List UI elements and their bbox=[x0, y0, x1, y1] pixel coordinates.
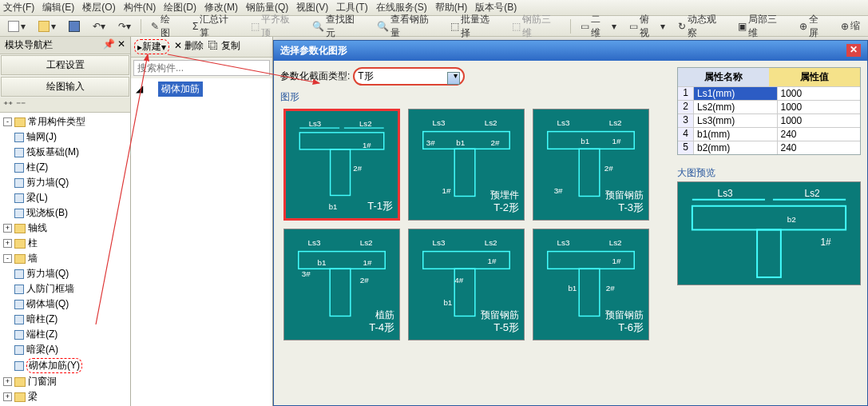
svg-rect-41 bbox=[579, 269, 600, 316]
shape-caption: T-4形 bbox=[369, 320, 394, 335]
find-button[interactable]: 🔍 查找图元 bbox=[307, 11, 369, 42]
2d-button[interactable]: ▭ 二维▾ bbox=[576, 11, 621, 42]
tree-group[interactable]: 轴线 bbox=[28, 221, 47, 235]
prop-row[interactable]: 3Ls3(mm)1000 bbox=[678, 113, 860, 127]
tree-item[interactable]: 现浇板(B) bbox=[26, 206, 68, 220]
batch-button[interactable]: ⬚ 批量选择 bbox=[446, 11, 504, 42]
shape-thumb[interactable]: Ls3Ls21#2#b1 T-1形 bbox=[283, 109, 400, 221]
tree-item[interactable]: 剪力墙(Q) bbox=[26, 267, 69, 281]
nav-title: 模块导航栏📌 ✕ bbox=[0, 37, 130, 54]
fullscreen-button[interactable]: ⊕ 全屏 bbox=[795, 11, 833, 42]
leaf-icon bbox=[14, 269, 24, 279]
shape-thumb[interactable]: Ls3Ls23#b12#1# 预埋件 T-2形 bbox=[408, 109, 525, 221]
type-label: 参数化截面类型: bbox=[280, 70, 350, 83]
tree-group[interactable]: 门窗洞 bbox=[28, 375, 57, 388]
topview-button[interactable]: ▭ 俯视▾ bbox=[624, 11, 670, 42]
delete-button[interactable]: ✕ 删除 bbox=[174, 39, 204, 54]
tree-item[interactable]: 人防门框墙 bbox=[26, 282, 74, 296]
svg-text:b1: b1 bbox=[317, 258, 326, 267]
pin-icon[interactable]: 📌 ✕ bbox=[103, 38, 125, 52]
tree-item[interactable]: 梁(L) bbox=[26, 191, 48, 205]
list-item-selected[interactable]: 砌体加筋 bbox=[158, 82, 203, 97]
new-button[interactable]: ▸ 新建▾ bbox=[134, 39, 169, 54]
rebar-button[interactable]: 🔍 查看钢筋量 bbox=[372, 11, 443, 42]
close-icon[interactable]: ✕ bbox=[846, 44, 861, 57]
collapse-icon[interactable]: ⁻⁻ bbox=[16, 99, 26, 110]
svg-text:4#: 4# bbox=[454, 276, 463, 285]
tree-item[interactable]: 端柱(Z) bbox=[26, 328, 57, 341]
menu-edit[interactable]: 编辑(E) bbox=[42, 1, 74, 14]
folder-icon bbox=[14, 224, 26, 233]
copy-button[interactable]: ⿻ 复制 bbox=[208, 39, 240, 54]
dialog-titlebar: 选择参数化图形 ✕ bbox=[274, 41, 867, 61]
svg-text:1#: 1# bbox=[363, 141, 371, 149]
prop-row[interactable]: 4b1(mm)240 bbox=[678, 127, 860, 141]
prop-row[interactable]: 1Ls1(mm)1000 bbox=[678, 86, 860, 100]
property-table: 属性名称属性值 1Ls1(mm)1000 2Ls2(mm)1000 3Ls3(m… bbox=[677, 67, 861, 155]
expand-toggle[interactable]: + bbox=[3, 392, 12, 401]
shape-thumbnails: Ls3Ls21#2#b1 T-1形 Ls3Ls23#b12#1# 预埋件 T-2… bbox=[280, 105, 671, 344]
component-tree[interactable]: -常用构件类型 轴网(J) 筏板基础(M) 柱(Z) 剪力墙(Q) 梁(L) 现… bbox=[0, 113, 130, 406]
shearwall-icon bbox=[14, 178, 24, 188]
col-value: 属性值 bbox=[769, 68, 860, 86]
grid-icon bbox=[14, 133, 24, 142]
svg-text:b1: b1 bbox=[329, 202, 338, 211]
svg-rect-17 bbox=[548, 132, 634, 149]
beam-icon bbox=[14, 193, 24, 203]
prop-row[interactable]: 5b2(mm)240 bbox=[678, 141, 860, 154]
svg-text:Ls2: Ls2 bbox=[485, 238, 497, 247]
expand-toggle[interactable]: + bbox=[3, 239, 12, 248]
graph-label: 图形 bbox=[280, 90, 671, 104]
shape-thumb[interactable]: Ls3Ls21#4#b1 预留钢筋 T-5形 bbox=[408, 229, 525, 340]
search-input[interactable] bbox=[133, 60, 270, 76]
toolbar: ▾ ▾ ↶▾ ↷▾ ✎ 绘图 Σ 汇总计算 ⬚ 平齐板顶 🔍 查找图元 🔍 查看… bbox=[0, 16, 868, 37]
expand-toggle[interactable]: + bbox=[3, 224, 12, 233]
svg-text:3#: 3# bbox=[426, 138, 435, 147]
save-icon[interactable] bbox=[64, 19, 85, 34]
prop-row[interactable]: 2Ls2(mm)1000 bbox=[678, 100, 860, 113]
tree-item[interactable]: 剪力墙(Q) bbox=[26, 176, 69, 189]
tree-item[interactable]: 柱(Z) bbox=[26, 161, 48, 174]
tree-item[interactable]: 轴网(J) bbox=[26, 130, 57, 144]
undo-icon[interactable]: ↶▾ bbox=[88, 19, 110, 34]
open-icon[interactable]: ▾ bbox=[34, 19, 61, 34]
leaf-icon bbox=[14, 330, 24, 340]
svg-text:Ls3: Ls3 bbox=[433, 118, 446, 127]
tree-group[interactable]: 梁 bbox=[28, 390, 38, 404]
redo-icon[interactable]: ↷▾ bbox=[113, 19, 136, 34]
shape-thumb[interactable]: Ls3Ls23#b11#2# 植筋 T-4形 bbox=[283, 229, 400, 340]
scale-button[interactable]: ⊕ 缩 bbox=[836, 18, 865, 34]
tree-item[interactable]: 暗柱(Z) bbox=[26, 312, 57, 326]
shape-thumb[interactable]: Ls3Ls21#b12#3# 预留钢筋 T-3形 bbox=[533, 109, 649, 221]
column-icon bbox=[14, 163, 24, 173]
tree-item[interactable]: 筏板基础(M) bbox=[26, 145, 79, 159]
svg-text:b2: b2 bbox=[787, 215, 797, 224]
expand-icon[interactable]: ⁺⁺ bbox=[3, 99, 13, 110]
expand-toggle[interactable]: + bbox=[3, 377, 12, 386]
svg-text:2#: 2# bbox=[604, 164, 613, 173]
svg-text:2#: 2# bbox=[606, 284, 615, 293]
folder-icon bbox=[14, 377, 26, 387]
expand-toggle[interactable]: - bbox=[3, 254, 12, 263]
shape-thumb[interactable]: Ls3Ls21#b12# 预留钢筋 T-6形 bbox=[533, 229, 649, 340]
tree-group[interactable]: 柱 bbox=[28, 237, 38, 250]
tree-group[interactable]: 墙 bbox=[28, 252, 38, 265]
tree-item-selected[interactable]: 砌体加筋(Y) bbox=[26, 358, 82, 373]
menu-file[interactable]: 文件(F) bbox=[3, 1, 34, 14]
preview-label: 大图预览 bbox=[677, 166, 861, 180]
tab-project-settings[interactable]: 工程设置 bbox=[1, 55, 129, 75]
section-type-combo[interactable]: T形 bbox=[353, 67, 465, 86]
tree-item[interactable]: 砌体墙(Q) bbox=[26, 297, 69, 311]
expand-toggle[interactable]: - bbox=[3, 117, 12, 126]
leaf-icon bbox=[14, 345, 24, 355]
shape-caption: T-3形 bbox=[618, 201, 644, 215]
shape-caption: T-2形 bbox=[493, 201, 519, 215]
tab-draw-input[interactable]: 绘图输入 bbox=[1, 77, 129, 97]
dynamic-button[interactable]: ↻ 动态观察 bbox=[673, 11, 731, 42]
svg-text:1#: 1# bbox=[820, 237, 831, 248]
new-file-icon[interactable]: ▾ bbox=[3, 19, 30, 34]
tree-item[interactable]: 暗梁(A) bbox=[26, 343, 58, 356]
r3d-button[interactable]: ⬚ 钢筋三维 bbox=[507, 11, 565, 42]
local3d-button[interactable]: ▣ 局部三维 bbox=[733, 11, 791, 42]
menu-floor[interactable]: 楼层(O) bbox=[82, 1, 115, 14]
